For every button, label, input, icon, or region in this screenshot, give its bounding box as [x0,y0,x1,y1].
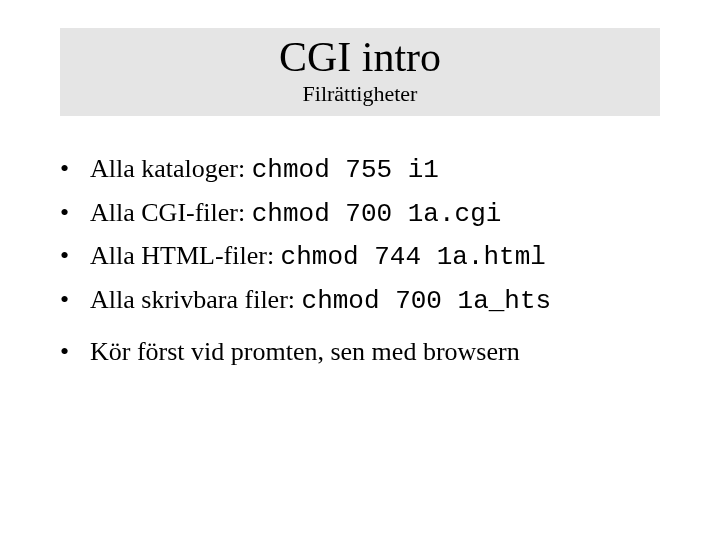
bullet-text: Alla kataloger: [90,154,252,183]
slide: CGI intro Filrättigheter Alla kataloger:… [0,0,720,540]
slide-body: Alla kataloger: chmod 755 i1 Alla CGI-fi… [56,150,676,374]
list-item: Kör först vid promten, sen med browsern [56,333,676,371]
list-item: Alla CGI-filer: chmod 700 1a.cgi [56,194,676,234]
bullet-text: Alla HTML-filer: [90,241,281,270]
bullet-code: chmod 700 1a.cgi [252,199,502,229]
title-block: CGI intro Filrättigheter [60,28,660,116]
bullet-code: chmod 744 1a.html [281,242,546,272]
bullet-code: chmod 700 1a_hts [302,286,552,316]
bullet-text: Kör först vid promten, sen med browsern [90,337,520,366]
list-item: Alla skrivbara filer: chmod 700 1a_hts [56,281,676,321]
slide-subtitle: Filrättigheter [60,82,660,106]
bullet-code: chmod 755 i1 [252,155,439,185]
bullet-list: Alla kataloger: chmod 755 i1 Alla CGI-fi… [56,150,676,370]
bullet-text: Alla CGI-filer: [90,198,252,227]
slide-title: CGI intro [60,34,660,80]
list-item: Alla HTML-filer: chmod 744 1a.html [56,237,676,277]
list-item: Alla kataloger: chmod 755 i1 [56,150,676,190]
bullet-text: Alla skrivbara filer: [90,285,302,314]
